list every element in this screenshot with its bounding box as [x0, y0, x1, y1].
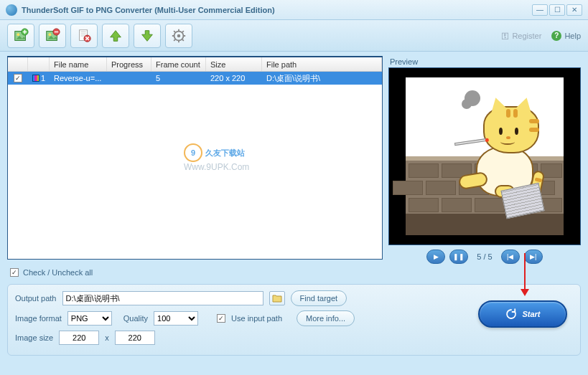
row-checkbox[interactable]: ✓ [14, 74, 22, 82]
add-file-button[interactable] [7, 24, 34, 48]
maximize-button[interactable]: ☐ [549, 4, 565, 16]
col-progress[interactable]: Progress [107, 57, 151, 71]
key-icon: ⚿ [501, 32, 509, 40]
cell-filepath: D:\桌面\说明书\ [262, 73, 382, 84]
gif-icon [32, 75, 39, 82]
more-info-button[interactable]: More info... [297, 310, 355, 326]
next-frame-button[interactable]: ▶| [524, 250, 543, 264]
image-format-select[interactable]: PNG [67, 311, 112, 326]
col-framecount[interactable]: Frame count [151, 57, 206, 71]
size-x: x [105, 333, 109, 342]
image-height-input[interactable] [115, 331, 155, 345]
table-row[interactable]: ✓ 1 Reverse-u=... 5 220 x 220 D:\桌面\说明书\ [8, 72, 382, 85]
use-input-path-label: Use input path [231, 314, 282, 323]
quality-label: Quality [123, 314, 148, 323]
remove-file-button[interactable] [39, 24, 66, 48]
settings-button[interactable] [165, 24, 192, 48]
output-path-input[interactable] [62, 291, 263, 305]
image-format-label: Image format [15, 314, 62, 323]
prev-frame-button[interactable]: |◀ [501, 250, 520, 264]
title-bar: ThunderSoft GIF to PNG Converter (Multi-… [0, 0, 588, 20]
minimize-button[interactable]: — [532, 4, 548, 16]
preview-label: Preview [388, 56, 581, 67]
checkall-label: Check / Uncheck all [23, 268, 93, 277]
cell-filename: Reverse-u=... [50, 74, 107, 82]
app-icon [6, 4, 17, 16]
cell-size: 220 x 220 [206, 74, 262, 82]
checkall-checkbox[interactable]: ✓ [10, 268, 19, 277]
col-filepath[interactable]: File path [262, 57, 382, 71]
image-size-label: Image size [15, 333, 53, 342]
file-list-panel: File name Progress Frame count Size File… [7, 56, 383, 260]
folder-icon [272, 294, 282, 303]
play-button[interactable]: ▶ [426, 250, 445, 264]
frame-indicator: 5 / 5 [472, 252, 496, 261]
image-width-input[interactable] [59, 331, 99, 345]
svg-point-9 [177, 34, 181, 37]
find-target-button[interactable]: Find target [291, 290, 347, 306]
pause-button[interactable]: ❚❚ [449, 250, 468, 264]
output-path-label: Output path [15, 294, 57, 303]
help-link[interactable]: ? Help [551, 31, 581, 41]
help-icon: ? [551, 31, 561, 41]
col-size[interactable]: Size [206, 57, 262, 71]
window-title: ThunderSoft GIF to PNG Converter (Multi-… [22, 6, 275, 14]
svg-point-4 [49, 33, 52, 36]
move-up-button[interactable] [102, 24, 129, 48]
toolbar: ⚿ Register ? Help [0, 20, 588, 52]
settings-panel: Output path Find target Image format PNG… [7, 284, 581, 356]
annotation-arrow [524, 253, 526, 295]
clear-list-button[interactable] [70, 24, 98, 48]
col-filename[interactable]: File name [50, 57, 107, 71]
cell-framecount: 5 [151, 74, 206, 82]
browse-button[interactable] [269, 291, 285, 305]
preview-controls: ▶ ❚❚ 5 / 5 |◀ ▶| [388, 245, 581, 264]
svg-point-1 [17, 33, 20, 36]
preview-image [406, 77, 564, 235]
close-button[interactable]: ✕ [566, 4, 582, 16]
use-input-path-checkbox[interactable]: ✓ [217, 314, 225, 323]
quality-select[interactable]: 100 [154, 311, 198, 326]
preview-box [388, 67, 581, 245]
table-header: File name Progress Frame count Size File… [8, 57, 382, 72]
start-button[interactable]: Start [478, 300, 567, 328]
register-link[interactable]: ⚿ Register [501, 32, 541, 40]
refresh-icon [505, 308, 518, 321]
move-down-button[interactable] [134, 24, 161, 48]
